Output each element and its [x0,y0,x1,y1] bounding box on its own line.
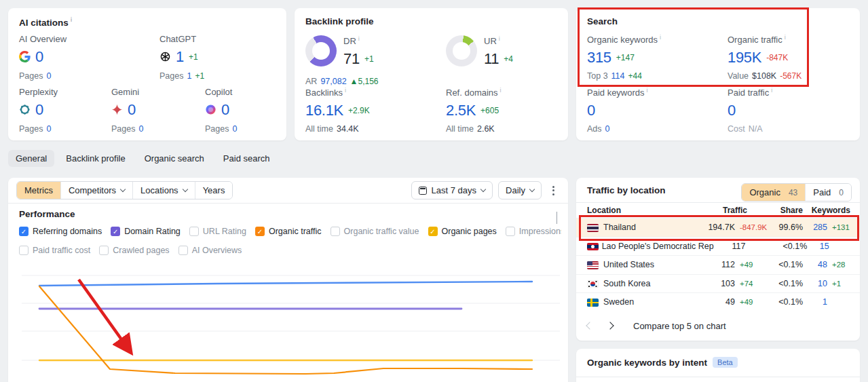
metric-checkbox[interactable]: Crawled pages [99,246,169,255]
paid-keywords-label: Paid keywords [587,87,648,98]
search-title: Search [587,16,618,26]
competitors-filter-button[interactable]: Competitors [60,182,132,199]
more-options-button[interactable] [547,181,560,200]
backlinks-value[interactable]: 16.1K [305,102,343,119]
citation-value[interactable]: 0 [35,48,43,66]
location-row[interactable]: Thailand 194.7K -847.9K 99.6% 285 +131 [576,218,860,237]
location-traffic: 103 [700,279,735,288]
checkbox-box [19,246,29,255]
toggle-label: Paid [813,187,831,197]
metric-checkbox[interactable]: URL Rating [189,227,246,236]
organic-traffic-block: Organic traffic 195K -847K Value $108K -… [728,34,801,81]
ai-citation-block: Gemini 0 Pages 0 [111,87,147,134]
tab[interactable]: General [8,150,54,167]
pages-label: Pages [205,124,229,134]
ref-domains-block: Ref. domains 2.5K +605 All time 2.6K [446,87,502,134]
metric-checkbox[interactable]: Organic pages [428,227,497,236]
ai-citations-card: AI citations AI Overview 0 Pages 0 ChatG… [8,8,286,140]
collapse-section-button[interactable] [556,212,557,224]
search-card: Search Organic keywords 315 +147 Top 3 1… [576,8,860,140]
paid-traffic-value[interactable]: 0 [728,102,736,119]
backlinks-alltime-value: 34.4K [337,124,359,134]
previous-page-icon[interactable] [586,322,593,329]
ref-domains-value[interactable]: 2.5K [446,102,476,119]
domain-rating-block: DR 71 +1 [305,35,374,68]
locations-filter-button[interactable]: Locations [132,182,195,199]
toggle-option[interactable]: Paid 0 [805,184,851,201]
metric-checkbox[interactable]: Referring domains [19,227,102,236]
metrics-filter-button[interactable]: Metrics [17,182,60,199]
dr-label: DR [343,35,374,46]
location-keywords[interactable]: 15 [807,242,829,251]
citation-value[interactable]: 1 [176,48,184,66]
metric-checkbox[interactable]: AI Overviews [178,246,242,255]
organic-keywords-value[interactable]: 315 [587,49,611,66]
seo-dashboard: AI citations AI Overview 0 Pages 0 ChatG… [0,0,868,382]
organic-paid-toggle: Organic 43 Paid 0 [741,183,852,202]
url-rating-block: UR 11 +4 [446,35,513,68]
location-table: Location Traffic Share Keywords Thailand… [576,203,860,311]
divider [576,377,860,377]
location-row[interactable]: Sweden 49 +49 <0.1% 1 [576,292,860,311]
paid-keywords-block: Paid keywords 0 Ads 0 [587,87,648,134]
domain-rating-donut [305,35,337,66]
location-row[interactable]: Lao People's Democratic Rep 117 <0.1% 15 [576,237,860,256]
pages-value[interactable]: 1 [187,71,191,81]
granularity-button[interactable]: Daily [498,181,542,199]
checkbox-box [255,227,265,236]
location-keywords[interactable]: 10 [803,279,827,288]
tab[interactable]: Backlink profile [58,150,132,167]
dr-value: 71 [343,50,360,68]
checkbox-label: URL Rating [203,227,246,236]
location-share: <0.1% [770,260,803,269]
compare-top5-link[interactable]: Compare top 5 on chart [633,321,726,331]
next-page-icon[interactable] [606,322,614,329]
divider [8,203,568,204]
keywords-by-intent-card: Organic keywords by intent Beta [576,349,860,382]
pages-value[interactable]: 0 [46,124,51,134]
metric-checkbox[interactable]: Organic traffic [255,227,322,236]
tab[interactable]: Organic search [137,150,212,167]
chevron-down-icon [182,187,187,192]
tab[interactable]: Paid search [216,150,278,167]
organic-keywords-label: Organic keywords [587,34,661,45]
location-keywords[interactable]: 285 [803,223,827,232]
top3-label: Top 3 [587,71,608,81]
backlinks-block: Backlinks 16.1K +2.9K All time 34.4K [305,87,370,134]
pages-value[interactable]: 0 [138,124,143,134]
location-traffic: 49 [700,297,735,307]
metric-checkbox[interactable]: Domain Rating [111,227,181,236]
pages-value[interactable]: 0 [232,124,237,134]
checkbox-label: AI Overviews [192,246,242,255]
beta-badge: Beta [713,357,738,368]
cost-value: N/A [749,124,763,134]
location-name: South Korea [603,279,700,288]
ar-value[interactable]: 97,082 [320,77,346,86]
years-filter-button[interactable]: Years [195,182,233,199]
ai-citation-block: Copilot 0 Pages 0 [205,87,240,134]
location-row[interactable]: United States 112 +49 <0.1% 48 +28 [576,255,860,274]
dr-delta: +1 [364,54,374,64]
location-keywords[interactable]: 48 [803,260,827,269]
location-keywords[interactable]: 1 [803,297,827,307]
ai-source-label: Perplexity [19,87,58,97]
pages-label: Pages [111,124,135,134]
metric-checkbox[interactable]: Paid traffic cost [19,246,90,255]
toggle-option[interactable]: Organic 43 [742,184,805,201]
ads-value[interactable]: 0 [605,124,610,134]
date-range-button[interactable]: Last 7 days [411,181,493,199]
metric-checkbox[interactable]: Organic traffic value [331,227,419,236]
metric-checkbox[interactable]: Impressions [506,227,561,236]
location-row[interactable]: South Korea 103 +74 <0.1% 10 +1 [576,274,860,293]
top3-value[interactable]: 114 [611,71,625,81]
pages-value[interactable]: 0 [46,71,51,81]
paid-keywords-value[interactable]: 0 [587,102,595,119]
citation-value[interactable]: 0 [128,101,136,119]
citation-value[interactable]: 0 [221,101,229,119]
performance-chart [14,262,563,382]
top3-delta: +44 [628,71,642,81]
traffic-value-amount: $108K [752,71,776,81]
ref-domains-alltime-label: All time [446,124,474,134]
organic-traffic-value[interactable]: 195K [728,49,761,66]
citation-value[interactable]: 0 [35,101,43,119]
